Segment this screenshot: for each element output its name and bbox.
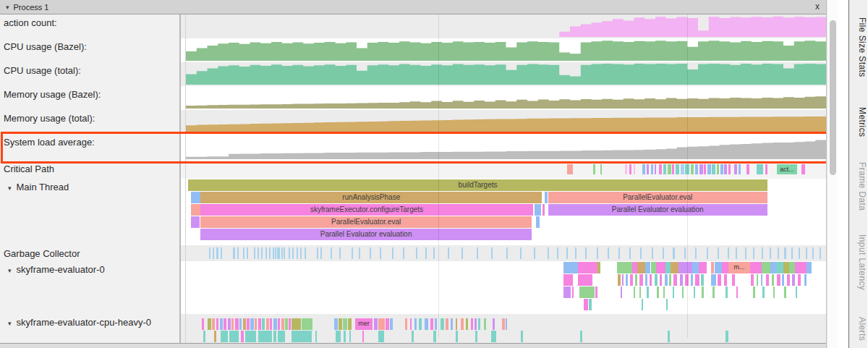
trace-event[interactable]	[736, 247, 737, 259]
trace-event[interactable]	[639, 287, 642, 298]
trace-event[interactable]	[720, 164, 723, 174]
trace-event[interactable]	[806, 247, 807, 259]
trace-event[interactable]	[493, 318, 495, 330]
trace-event[interactable]	[699, 164, 703, 174]
trace-event[interactable]	[250, 318, 253, 330]
trace-event[interactable]	[202, 318, 204, 330]
trace-event[interactable]	[491, 331, 496, 342]
slice-bar[interactable]: ParallelEvaluator.eval	[548, 192, 767, 203]
trace-event[interactable]	[348, 318, 352, 330]
trace-event[interactable]	[374, 318, 377, 330]
trace-event[interactable]	[235, 318, 239, 330]
trace-event[interactable]	[419, 318, 422, 330]
trace-event[interactable]	[655, 274, 658, 286]
trace-event[interactable]	[258, 247, 259, 259]
slice-bar[interactable]: Parallel Evaluator evaluation	[548, 204, 767, 216]
trace-event[interactable]	[278, 247, 280, 259]
trace-event[interactable]	[566, 247, 568, 259]
trace-event[interactable]	[292, 331, 312, 342]
collapse-arrow-icon[interactable]: ▾	[8, 267, 12, 274]
trace-event[interactable]	[678, 262, 692, 273]
trace-event[interactable]	[456, 318, 458, 330]
trace-event[interactable]	[701, 274, 704, 286]
trace-event[interactable]	[724, 274, 727, 286]
slice-bar[interactable]	[191, 204, 200, 216]
trace-event[interactable]	[629, 247, 631, 259]
trace-event[interactable]	[684, 247, 686, 259]
trace-event[interactable]	[750, 262, 762, 273]
trace-event[interactable]	[241, 331, 244, 342]
trace-event[interactable]	[392, 247, 393, 259]
trace-event[interactable]	[430, 318, 433, 330]
trace-event[interactable]	[456, 331, 458, 342]
trace-event[interactable]	[637, 262, 645, 273]
trace-event[interactable]	[575, 247, 576, 259]
trace-event-labeled[interactable]: mer	[355, 318, 373, 330]
trace-event[interactable]	[317, 247, 318, 259]
trace-event[interactable]	[297, 247, 298, 259]
trace-event[interactable]	[812, 247, 814, 259]
trace-event[interactable]	[320, 247, 322, 259]
trace-event[interactable]	[666, 299, 668, 310]
trace-event[interactable]	[691, 164, 694, 174]
trace-event[interactable]	[370, 247, 371, 259]
trace-event[interactable]	[791, 247, 793, 259]
trace-event[interactable]	[315, 331, 318, 342]
trace-event[interactable]	[258, 331, 272, 342]
close-icon[interactable]: x	[815, 1, 820, 12]
tab-frame-data[interactable]: Frame Data	[849, 162, 867, 211]
trace-event[interactable]	[820, 247, 821, 259]
tab-metrics[interactable]: Metrics	[849, 107, 867, 137]
trace-event[interactable]	[695, 274, 699, 286]
tab-file-size-stats[interactable]: File Size Stats	[849, 17, 867, 77]
trace-event[interactable]	[595, 287, 598, 298]
trace-event[interactable]	[784, 287, 786, 298]
trace-event[interactable]	[639, 274, 642, 286]
trace-event[interactable]	[736, 287, 738, 298]
trace-event[interactable]	[273, 318, 276, 330]
trace-event[interactable]	[783, 262, 789, 273]
trace-event[interactable]	[269, 247, 271, 259]
trace-event[interactable]	[718, 247, 719, 259]
trace-event[interactable]	[265, 247, 267, 259]
trace-event[interactable]	[668, 331, 670, 342]
trace-event[interactable]	[506, 318, 508, 330]
trace-event[interactable]	[208, 318, 210, 330]
trace-event[interactable]	[663, 247, 664, 259]
trace-event[interactable]	[634, 164, 636, 174]
trace-event[interactable]	[378, 318, 386, 330]
critical-path-track[interactable]: act...	[185, 161, 826, 179]
trace-event[interactable]	[782, 274, 785, 286]
trace-event[interactable]	[784, 247, 786, 259]
trace-event[interactable]	[618, 274, 621, 286]
trace-event[interactable]	[647, 164, 649, 174]
slice-bar[interactable]	[542, 204, 545, 216]
trace-event[interactable]	[772, 274, 775, 286]
trace-event[interactable]	[761, 274, 763, 286]
trace-event[interactable]	[433, 247, 435, 259]
trace-event[interactable]	[448, 247, 449, 259]
trace-event[interactable]	[491, 247, 493, 259]
trace-event[interactable]	[685, 274, 688, 286]
slice-bar[interactable]	[191, 192, 200, 203]
trace-event[interactable]	[600, 164, 603, 174]
cpu-bazel-chart[interactable]	[185, 38, 826, 62]
trace-event[interactable]	[331, 247, 332, 259]
trace-event[interactable]	[362, 331, 364, 342]
trace-event[interactable]	[795, 262, 807, 273]
garbage-collector-track[interactable]	[185, 245, 826, 261]
trace-event[interactable]	[647, 287, 649, 298]
trace-event[interactable]	[659, 164, 662, 174]
trace-event[interactable]	[285, 318, 288, 330]
trace-event[interactable]	[289, 318, 291, 330]
trace-event[interactable]	[216, 247, 218, 259]
horizontal-scrollbar[interactable]	[0, 343, 826, 348]
trace-event[interactable]	[753, 247, 754, 259]
trace-event[interactable]	[717, 164, 720, 174]
trace-event[interactable]	[656, 262, 665, 273]
slice-bar[interactable]: buildTargets	[188, 179, 768, 191]
trace-event[interactable]	[663, 164, 666, 174]
trace-event[interactable]	[451, 318, 454, 330]
trace-event[interactable]	[801, 164, 804, 174]
trace-event[interactable]	[475, 318, 477, 330]
